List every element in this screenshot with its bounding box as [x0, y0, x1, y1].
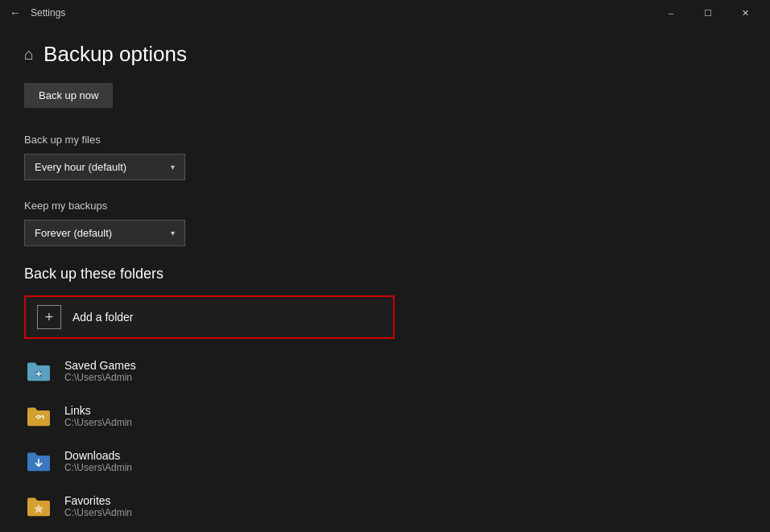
add-folder-plus-icon: + [37, 305, 61, 329]
main-content: ⌂ Backup options Back up now Back up my … [0, 26, 770, 532]
page-header: ⌂ Backup options [24, 42, 746, 67]
backup-frequency-label: Back up my files [24, 134, 746, 146]
downloads-info: Downloads C:\Users\Admin [64, 449, 132, 473]
add-folder-label: Add a folder [72, 311, 134, 324]
folders-section-title: Back up these folders [24, 266, 746, 282]
home-icon: ⌂ [24, 45, 34, 64]
backup-now-button[interactable]: Back up now [24, 83, 113, 108]
links-info: Links C:\Users\Admin [64, 404, 132, 428]
folder-item-favorites[interactable]: Favorites C:\Users\Admin [24, 487, 746, 526]
backup-frequency-dropdown[interactable]: Every hour (default) ▾ [24, 154, 185, 180]
maximize-button[interactable]: ☐ [689, 0, 727, 26]
minimize-button[interactable]: – [652, 0, 689, 26]
downloads-icon [24, 447, 53, 476]
links-name: Links [64, 404, 132, 417]
saved-games-icon [24, 357, 53, 386]
backup-frequency-arrow: ▾ [171, 163, 175, 171]
add-folder-item[interactable]: + Add a folder [24, 295, 395, 339]
favorites-name: Favorites [64, 494, 132, 507]
favorites-info: Favorites C:\Users\Admin [64, 494, 132, 518]
titlebar: ← Settings – ☐ ✕ [0, 0, 770, 26]
close-button[interactable]: ✕ [727, 0, 764, 26]
folder-item-downloads[interactable]: Downloads C:\Users\Admin [24, 442, 746, 480]
saved-games-name: Saved Games [64, 359, 136, 372]
page-title: Backup options [43, 42, 187, 67]
saved-games-path: C:\Users\Admin [64, 372, 136, 383]
back-arrow-icon[interactable]: ← [6, 3, 24, 23]
favorites-icon [24, 492, 53, 521]
links-icon [24, 402, 53, 431]
titlebar-left: ← Settings [6, 3, 65, 23]
saved-games-info: Saved Games C:\Users\Admin [64, 359, 136, 383]
titlebar-title: Settings [31, 7, 65, 19]
downloads-path: C:\Users\Admin [64, 462, 132, 473]
backup-frequency-value: Every hour (default) [35, 161, 126, 173]
keep-backups-value: Forever (default) [35, 227, 112, 239]
folder-item-links[interactable]: Links C:\Users\Admin [24, 397, 746, 435]
keep-backups-label: Keep my backups [24, 200, 746, 212]
titlebar-controls: – ☐ ✕ [652, 0, 764, 26]
downloads-name: Downloads [64, 449, 132, 462]
keep-backups-dropdown[interactable]: Forever (default) ▾ [24, 220, 185, 246]
links-path: C:\Users\Admin [64, 417, 132, 428]
favorites-path: C:\Users\Admin [64, 507, 132, 518]
folder-item-saved-games[interactable]: Saved Games C:\Users\Admin [24, 352, 746, 390]
keep-backups-arrow: ▾ [171, 229, 175, 237]
